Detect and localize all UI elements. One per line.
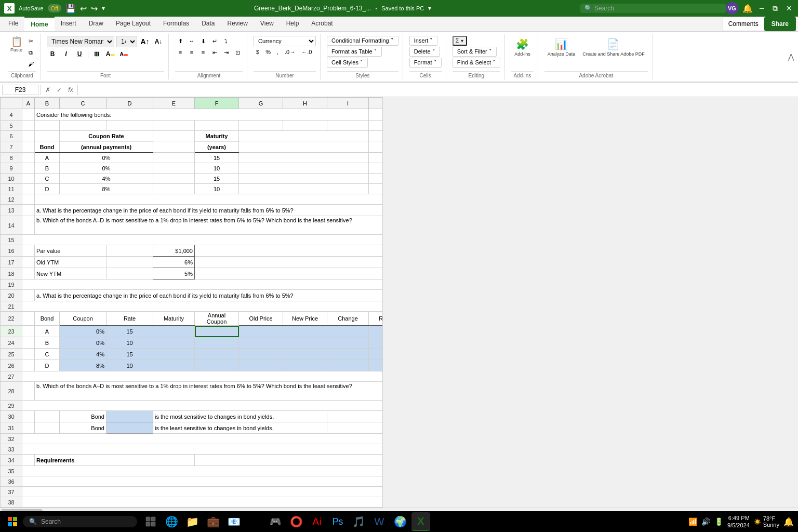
cell-B22[interactable]: Bond [35,312,60,326]
cell-C9[interactable]: 0% [60,163,153,174]
cell-E6[interactable] [153,131,195,141]
cell-B34[interactable]: Requirements [35,455,195,466]
restore-button[interactable]: ⧉ [770,4,780,13]
cell-F24[interactable] [195,337,239,349]
tab-review[interactable]: Review [221,17,254,31]
cell-B5[interactable] [35,121,60,131]
col-header-H[interactable]: H [283,98,327,109]
cell-reference-input[interactable] [2,85,38,95]
cell-B14[interactable]: b. Which of the bonds A–D is most sensit… [35,216,383,235]
cell-rest-33[interactable] [22,444,383,455]
cell-I25[interactable] [327,349,369,360]
cell-A5[interactable] [22,121,35,131]
taskbar-app4[interactable]: 🌍 [391,512,409,531]
cell-A16[interactable] [22,245,35,257]
cell-A12[interactable] [22,194,35,205]
cell-D24[interactable]: 10 [107,337,153,349]
cell-A14[interactable] [22,216,35,235]
cell-E16[interactable]: $1,000 [153,245,195,257]
cell-I23[interactable] [327,326,369,337]
col-header-G[interactable]: G [239,98,283,109]
cell-I26[interactable] [327,360,369,371]
cell-rest-38[interactable] [22,497,383,508]
cell-C5[interactable] [60,121,107,131]
cell-C24[interactable]: 0% [60,337,107,349]
accounting-format[interactable]: $ [254,47,262,57]
cell-H26[interactable] [283,360,327,371]
cell-C7[interactable]: (annual payments) [60,141,153,153]
taskbar-photoshop[interactable]: Ps [328,512,347,531]
cell-rest-31[interactable] [327,422,383,434]
tab-view[interactable]: View [254,17,280,31]
fill-color-button[interactable]: A▬ [104,48,116,60]
bold-button[interactable]: B [47,48,58,60]
notification-panel-icon[interactable]: 🔔 [783,517,794,527]
format-painter-button[interactable]: 🖌 [25,59,36,69]
cell-rest-19[interactable] [22,280,383,290]
cell-rest-5[interactable] [369,121,383,131]
cell-C25[interactable]: 4% [60,349,107,360]
notification-icon[interactable]: 🔔 [742,4,753,14]
col-header-J[interactable]: J [369,98,383,109]
cell-styles-button[interactable]: Cell Styles ˅ [327,58,368,68]
cell-H25[interactable] [283,349,327,360]
rest-6[interactable] [239,131,369,141]
decrease-indent[interactable]: ⇤ [209,47,220,58]
decrease-font-size[interactable]: A↓ [153,36,164,47]
cell-B20[interactable]: a. What is the percentage change in the … [35,290,383,301]
cell-rest-10[interactable] [369,174,383,184]
battery-icon[interactable]: 🔋 [714,517,723,526]
tab-file[interactable]: File [2,17,24,31]
cell-H22[interactable]: New Price [283,312,327,326]
col-header-E[interactable]: E [153,98,195,109]
cell-J24[interactable] [369,337,383,349]
comma-style[interactable]: , [274,47,281,57]
cell-rest-9[interactable] [369,163,383,174]
insert-cells-button[interactable]: Insert ˅ [409,36,438,46]
cell-rest-36[interactable] [22,476,383,487]
col-header-F[interactable]: F [195,98,239,109]
cell-J26[interactable] [369,360,383,371]
taskbar-store[interactable]: 🛍 [245,512,264,531]
cell-F8[interactable]: 15 [195,153,239,163]
cell-rest-35[interactable] [22,466,383,476]
taskbar-file-explorer[interactable]: 📁 [183,512,202,531]
cell-G22[interactable]: Old Price [239,312,283,326]
increase-indent[interactable]: ⇥ [221,47,231,58]
cell-rest-34[interactable] [195,455,383,466]
cut-button[interactable]: ✂ [25,36,36,46]
cell-F25[interactable] [195,349,239,360]
cell-J22[interactable]: Rank [369,312,383,326]
cell-D17[interactable] [107,257,153,268]
taskbar-task-view[interactable] [141,512,160,531]
col-header-D[interactable]: D [107,98,153,109]
rotate-text[interactable]: ⤵ [221,36,231,46]
cell-C11[interactable]: 8% [60,184,153,194]
cell-A11[interactable] [22,184,35,194]
taskbar-teams[interactable]: 💼 [204,512,222,531]
cell-rest-32[interactable] [22,434,383,444]
tab-data[interactable]: Data [195,17,221,31]
cell-rest-29[interactable] [22,401,383,411]
underline-button[interactable]: U [74,48,85,60]
delete-cells-button[interactable]: Delete ˅ [409,47,440,57]
cell-B13[interactable]: a. What is the percentage change in the … [35,205,383,216]
cell-F23[interactable] [195,326,239,337]
align-center[interactable]: ≡ [187,47,197,58]
cell-rest-16[interactable] [195,245,383,257]
cell-E7[interactable] [153,141,195,153]
cell-D16[interactable] [107,245,153,257]
taskbar-word[interactable]: W [370,512,389,531]
formula-input[interactable] [80,85,796,95]
cell-D5[interactable] [107,121,153,131]
cell-B4[interactable]: Consider the following bonds: [35,109,369,121]
cell-C10[interactable]: 4% [60,174,153,184]
wrap-text[interactable]: ↵ [209,36,220,46]
cell-rest-37[interactable] [22,487,383,497]
cell-A18[interactable] [22,268,35,280]
cell-B8[interactable]: A [35,153,60,163]
cell-A4[interactable] [22,109,35,121]
font-size-select[interactable]: 14 [116,36,137,47]
clock[interactable]: 6:49 PM 9/5/2024 [727,514,750,529]
cell-A28[interactable] [22,382,35,401]
